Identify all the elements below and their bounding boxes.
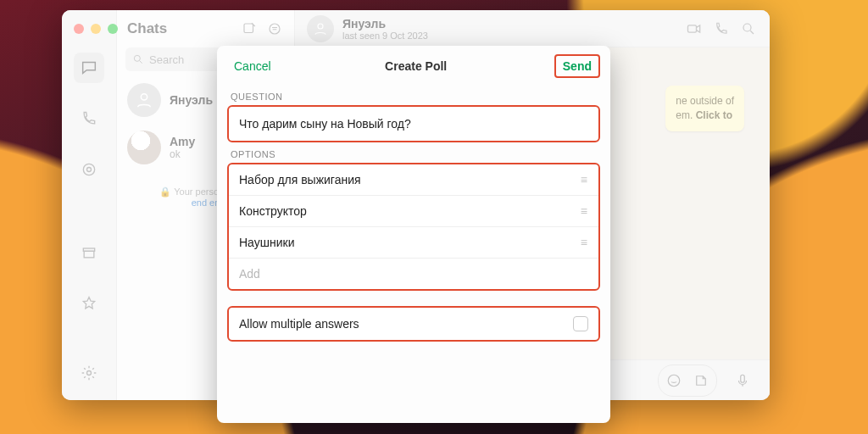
new-chat-button[interactable] (240, 19, 259, 38)
svg-point-11 (743, 24, 751, 31)
poll-option-text: Конструктор (239, 204, 307, 218)
svg-point-12 (668, 375, 680, 387)
sticker-button[interactable] (687, 367, 715, 394)
star-icon (81, 295, 97, 312)
conversation-header: Януэль last seen 9 Oct 2023 (295, 10, 770, 47)
microphone-icon (735, 373, 750, 388)
minimize-window-button[interactable] (91, 24, 101, 34)
desktop-wallpaper: Chats Search Януэль (0, 0, 868, 434)
allow-multiple-row[interactable]: Allow multiple answers (227, 306, 600, 342)
poll-option-text: Набор для выжигания (239, 173, 361, 186)
cancel-button[interactable]: Cancel (227, 56, 278, 76)
svg-rect-5 (244, 24, 253, 33)
phone-icon (714, 21, 729, 36)
chat-list-title: Chats (127, 20, 233, 37)
compose-icon (242, 21, 257, 36)
allow-multiple-checkbox[interactable] (573, 316, 588, 331)
modal-title: Create Poll (385, 59, 447, 73)
send-button[interactable]: Send (554, 54, 600, 78)
poll-question-input[interactable] (229, 107, 598, 141)
phone-icon (81, 110, 97, 127)
avatar (127, 131, 161, 164)
nav-calls[interactable] (74, 103, 104, 134)
gear-icon (81, 364, 97, 381)
chat-list-header: Chats (117, 10, 294, 47)
search-in-chat-button[interactable] (739, 19, 758, 38)
svg-point-1 (87, 168, 92, 172)
poll-option-row[interactable]: Набор для выжигания ≡ (229, 164, 598, 196)
search-placeholder: Search (149, 53, 184, 66)
poll-option-text: Наушники (239, 236, 294, 249)
svg-rect-10 (688, 25, 697, 31)
svg-point-7 (134, 55, 140, 61)
add-option-placeholder: Add (239, 267, 260, 281)
chat-name: Amy (170, 135, 195, 148)
encryption-link[interactable]: end en (192, 198, 220, 208)
svg-point-9 (318, 24, 323, 29)
nav-chats[interactable] (74, 53, 104, 83)
status-ring-icon (81, 161, 97, 178)
archive-box-icon (81, 244, 97, 261)
question-input-box (227, 105, 600, 142)
nav-starred[interactable] (74, 288, 104, 319)
options-list: Набор для выжигания ≡ Конструктор ≡ Науш… (227, 163, 600, 291)
close-window-button[interactable] (74, 24, 84, 34)
zoom-window-button[interactable] (108, 24, 118, 34)
emoji-sticker-toggle (658, 364, 717, 397)
add-option-row[interactable]: Add (229, 259, 598, 289)
person-icon (135, 91, 153, 109)
options-section-label: OPTIONS (217, 142, 610, 163)
svg-point-6 (270, 24, 280, 34)
svg-point-8 (141, 94, 147, 100)
mic-button[interactable] (729, 367, 756, 394)
nav-rail (62, 10, 117, 400)
avatar (127, 83, 161, 117)
video-icon (686, 20, 703, 37)
conversation-status: last seen 9 Oct 2023 (342, 31, 676, 41)
chat-preview: ok (170, 148, 195, 160)
smile-icon (666, 373, 682, 388)
person-icon (313, 21, 328, 36)
filter-icon (267, 21, 282, 36)
video-call-button[interactable] (685, 19, 704, 38)
chat-bubble-icon (80, 58, 98, 77)
svg-point-0 (83, 164, 94, 175)
allow-multiple-label: Allow multiple answers (239, 317, 359, 331)
svg-rect-13 (741, 375, 745, 382)
drag-handle-icon[interactable]: ≡ (581, 173, 588, 186)
create-poll-modal: Cancel Create Poll Send QUESTION OPTIONS… (217, 46, 610, 423)
drag-handle-icon[interactable]: ≡ (581, 204, 588, 218)
chat-name: Януэль (170, 93, 213, 107)
emoji-button[interactable] (660, 367, 687, 394)
filter-button[interactable] (265, 19, 284, 38)
poll-option-row[interactable]: Наушники ≡ (229, 227, 598, 259)
svg-rect-3 (84, 251, 94, 258)
question-section-label: QUESTION (217, 85, 610, 105)
search-icon (132, 53, 144, 65)
poll-option-row[interactable]: Конструктор ≡ (229, 196, 598, 227)
modal-header: Cancel Create Poll Send (217, 54, 610, 85)
window-controls (74, 24, 118, 34)
drag-handle-icon[interactable]: ≡ (581, 236, 588, 249)
sticker-icon (693, 373, 709, 388)
nav-archive[interactable] (74, 237, 104, 268)
nav-settings[interactable] (74, 358, 104, 388)
svg-point-4 (87, 371, 92, 376)
info-bubble[interactable]: ne outside of em. Click to (665, 86, 744, 131)
avatar (307, 15, 334, 42)
voice-call-button[interactable] (712, 19, 731, 38)
search-icon (741, 21, 756, 36)
conversation-name: Януэль (342, 17, 676, 31)
nav-status[interactable] (74, 154, 104, 185)
